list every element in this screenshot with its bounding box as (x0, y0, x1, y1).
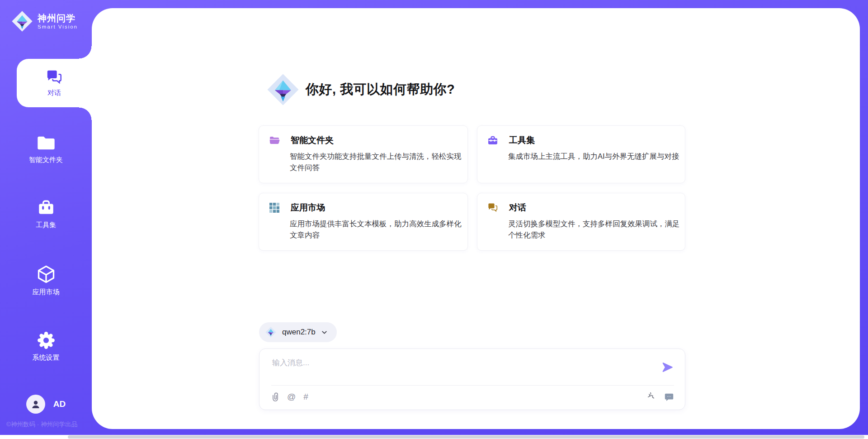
card-description: 应用市场提供丰富长文本模板，助力高效生成多样化文章内容 (290, 218, 468, 241)
sidebar: 神州问学 Smart Vision 对话 智能文件夹 (0, 0, 92, 439)
model-selector[interactable]: qwen2:7b (259, 322, 337, 342)
cube-icon (36, 264, 56, 284)
brand-name: 神州问学 (38, 13, 78, 23)
card-description: 灵活切换多模型文件，支持多样回复效果调试，满足个性化需求 (508, 218, 686, 241)
composer-toolbar: @ # (271, 392, 308, 402)
mention-icon[interactable]: @ (287, 392, 296, 402)
chevron-down-icon (321, 329, 328, 336)
greeting-block: 你好, 我可以如何帮助你? (266, 72, 455, 107)
model-name: qwen2:7b (282, 328, 316, 337)
message-composer: @ # (259, 348, 685, 410)
brand-subtitle: Smart Vision (38, 24, 78, 29)
card-app-market[interactable]: 应用市场 应用市场提供丰富长文本模板，助力高效生成多样化文章内容 (259, 193, 468, 251)
sidebar-item-chat[interactable]: 对话 (17, 59, 92, 107)
sidebar-item-label: 应用市场 (33, 288, 60, 296)
brand-diamond-logo-icon (11, 10, 33, 33)
card-title: 工具集 (509, 134, 535, 146)
greeting-text: 你好, 我可以如何帮助你? (306, 81, 455, 99)
sidebar-item-app-market[interactable]: 应用市场 (0, 264, 92, 296)
gear-icon (37, 331, 56, 350)
briefcase-icon (37, 198, 56, 217)
main-content-panel: 你好, 我可以如何帮助你? 智能文件夹 智能文件夹功能支持批量文件上传与清洗，轻… (92, 8, 860, 429)
sidebar-item-label: 智能文件夹 (29, 156, 63, 164)
composer-divider (271, 385, 674, 386)
chat-bubbles-icon (487, 202, 498, 213)
message-input[interactable] (271, 357, 653, 383)
sidebar-item-settings[interactable]: 系统设置 (0, 331, 92, 362)
toolbox-icon (487, 135, 498, 146)
user-name: AD (53, 399, 66, 409)
horizontal-scrollbar-thumb[interactable] (68, 435, 864, 439)
feature-cards: 智能文件夹 智能文件夹功能支持批量文件上传与清洗，轻松实现文件问答 工具集 集成… (259, 125, 685, 251)
horizontal-scrollbar (0, 435, 868, 439)
model-diamond-logo-icon (265, 326, 277, 338)
card-toolset[interactable]: 工具集 集成市场上主流工具，助力AI与外界无缝扩展与对接 (477, 125, 685, 183)
composer-right-toolbar (648, 392, 674, 402)
sidebar-item-smart-folder[interactable]: 智能文件夹 (0, 134, 92, 164)
card-description: 集成市场上主流工具，助力AI与外界无缝扩展与对接 (508, 151, 686, 162)
card-title: 对话 (509, 202, 526, 214)
feedback-message-icon[interactable] (664, 392, 674, 402)
history-icon[interactable] (648, 392, 657, 402)
card-description: 智能文件夹功能支持批量文件上传与清洗，轻松实现文件问答 (290, 151, 468, 173)
avatar (26, 395, 45, 414)
hash-icon[interactable]: # (303, 392, 308, 402)
copyright-text: ©神州数码 · 神州问学出品 (6, 420, 77, 429)
sidebar-item-toolset[interactable]: 工具集 (0, 198, 92, 229)
attach-icon[interactable] (271, 392, 279, 402)
card-title: 智能文件夹 (291, 134, 334, 146)
card-chat[interactable]: 对话 灵活切换多模型文件，支持多样回复效果调试，满足个性化需求 (477, 193, 685, 251)
grid-cube-icon (269, 202, 280, 213)
sidebar-item-label: 系统设置 (33, 353, 60, 362)
brand-block: 神州问学 Smart Vision (11, 10, 78, 33)
brand-diamond-logo-icon (266, 72, 300, 107)
card-title: 应用市场 (291, 202, 325, 214)
user-profile[interactable]: AD (0, 395, 92, 414)
sidebar-item-label: 工具集 (36, 221, 56, 229)
send-icon[interactable] (661, 361, 674, 373)
folder-open-icon (269, 135, 280, 146)
card-smart-folder[interactable]: 智能文件夹 智能文件夹功能支持批量文件上传与清洗，轻松实现文件问答 (259, 125, 468, 183)
chat-bubbles-icon (46, 69, 63, 86)
sidebar-item-label: 对话 (47, 89, 61, 97)
folder-icon (36, 134, 56, 152)
